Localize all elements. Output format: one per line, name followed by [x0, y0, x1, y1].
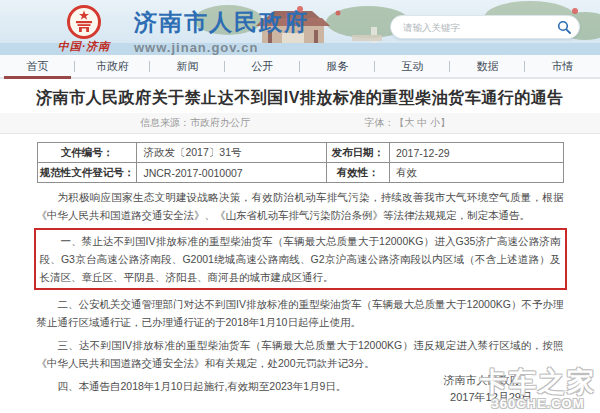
- nav-label: 服务: [327, 59, 349, 74]
- meta-value-doc-number: 济政发〔2017〕31号: [137, 143, 326, 163]
- nav-label: 互动: [402, 59, 424, 74]
- meta-label-publish-date: 发布日期：: [326, 143, 389, 163]
- page: 中国·济南 济南市人民政府 www.jinan.gov.cn 首页 市政府 新闻…: [0, 0, 600, 413]
- nav-item-disclosure[interactable]: 公开: [225, 55, 300, 77]
- font-size-control[interactable]: 字体：【大 中 小】: [364, 116, 450, 130]
- nav-label: 市政府: [96, 59, 129, 74]
- meta-label-validity: 有效性：: [326, 163, 389, 183]
- search-input[interactable]: [403, 22, 557, 33]
- signature-block: 济南市人民政府 2017年12月29日: [432, 372, 532, 406]
- article-body: 为积极响应国家生态文明建设战略决策，有效防治机动车排气污染，持续改善我市大气环境…: [37, 188, 564, 395]
- site-url: www.jinan.gov.cn: [134, 40, 309, 55]
- search-box: [390, 15, 580, 39]
- nav-label: 市情: [552, 59, 574, 74]
- main-nav: 首页 市政府 新闻 公开 服务 互动 数据 市情: [0, 55, 600, 79]
- nav-item-city-info[interactable]: 市情: [525, 55, 600, 77]
- national-emblem-icon: [66, 4, 102, 40]
- nav-label: 新闻: [177, 59, 199, 74]
- nav-item-news[interactable]: 新闻: [150, 55, 225, 77]
- page-title: 济南市人民政府关于禁止达不到国IV排放标准的重型柴油货车通行的通告: [0, 88, 600, 109]
- meta-value-publish-date: 2017-12-29: [389, 143, 563, 163]
- site-logo[interactable]: 中国·济南: [36, 4, 132, 54]
- signature-name: 济南市人民政府: [432, 372, 532, 389]
- site-name: 济南市人民政府: [134, 7, 309, 38]
- highlight-box: 一、禁止达不到国IV排放标准的重型柴油货车（车辆最大总质量大于12000KG）进…: [34, 228, 567, 290]
- paragraph-item-3: 三、达不到国IV排放标准的重型柴油货车（车辆最大总质量大于12000KG）违反规…: [37, 336, 564, 372]
- doc-meta-table: 文件编号： 济政发〔2017〕31号 发布日期： 2017-12-29 规范性文…: [37, 142, 564, 183]
- meta-label-doc-number: 文件编号：: [37, 143, 137, 163]
- paragraph-item-1: 一、禁止达不到国IV排放标准的重型柴油货车（车辆最大总质量大于12000KG）进…: [40, 232, 561, 286]
- signature-date: 2017年12月29日: [432, 389, 532, 406]
- nav-item-home[interactable]: 首页: [0, 55, 75, 77]
- site-header: 中国·济南 济南市人民政府 www.jinan.gov.cn: [0, 0, 600, 55]
- meta-label-registry-number: 规范性文件登记号：: [37, 163, 137, 183]
- article: 济南市人民政府关于禁止达不到国IV排放标准的重型柴油货车通行的通告 信息来源：市…: [0, 88, 600, 395]
- nav-item-interaction[interactable]: 互动: [375, 55, 450, 77]
- nav-item-city-gov[interactable]: 市政府: [75, 55, 150, 77]
- nav-label: 首页: [27, 59, 49, 74]
- nav-label: 数据: [477, 59, 499, 74]
- table-row: 文件编号： 济政发〔2017〕31号 发布日期： 2017-12-29: [37, 143, 563, 163]
- site-title-group[interactable]: 济南市人民政府 www.jinan.gov.cn: [134, 7, 309, 55]
- info-source: 信息来源：市政府办公厅: [140, 116, 250, 130]
- paragraph-item-2: 二、公安机关交通管理部门对达不到国IV排放标准的重型柴油货车（车辆最大总质量大于…: [37, 295, 564, 331]
- nav-item-data[interactable]: 数据: [450, 55, 525, 77]
- nav-item-services[interactable]: 服务: [300, 55, 375, 77]
- article-meta-row: 信息来源：市政府办公厅 字体：【大 中 小】: [0, 113, 600, 134]
- search-icon[interactable]: [557, 20, 571, 34]
- meta-value-validity: 有效: [389, 163, 563, 183]
- nav-label: 公开: [252, 59, 274, 74]
- table-row: 规范性文件登记号： JNCR-2017-0010007 有效性： 有效: [37, 163, 563, 183]
- meta-value-registry-number: JNCR-2017-0010007: [137, 163, 326, 183]
- paragraph-intro: 为积极响应国家生态文明建设战略决策，有效防治机动车排气污染，持续改善我市大气环境…: [37, 188, 564, 224]
- logo-caption: 中国·济南: [36, 39, 132, 54]
